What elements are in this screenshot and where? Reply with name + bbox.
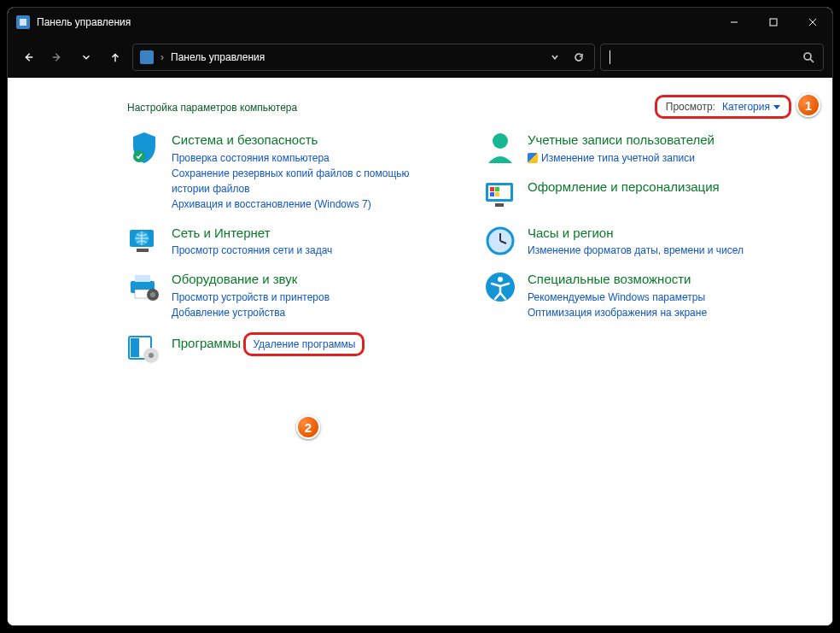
category-link[interactable]: Добавление устройства [172, 305, 330, 320]
svg-point-37 [498, 277, 503, 282]
search-icon [802, 51, 814, 63]
maximize-button[interactable] [754, 8, 793, 37]
control-panel-window: Панель управления › Панель управления На… [7, 7, 833, 626]
svg-rect-3 [770, 19, 777, 26]
category-title[interactable]: Оборудование и звук [172, 272, 297, 286]
refresh-button[interactable] [570, 49, 587, 66]
category-link[interactable]: Изменение форматов даты, времени и чисел [528, 243, 744, 258]
category-title[interactable]: Учетные записи пользователей [528, 132, 715, 147]
accessibility-icon [483, 270, 517, 304]
titlebar: Панель управления [8, 8, 832, 37]
category-title[interactable]: Часы и регион [528, 226, 614, 240]
svg-rect-1 [20, 19, 26, 26]
clock-icon [483, 224, 517, 258]
category-link[interactable]: Оптимизация изображения на экране [528, 305, 707, 320]
control-panel-icon [16, 15, 30, 29]
svg-rect-30 [490, 192, 494, 196]
category-title[interactable]: Специальные возможности [528, 272, 691, 286]
text-cursor [610, 50, 610, 64]
address-history-button[interactable] [546, 49, 563, 66]
category-hardware: Оборудование и звук Просмотр устройств и… [127, 270, 442, 320]
svg-rect-17 [135, 275, 150, 282]
navbar: › Панель управления [8, 37, 832, 78]
nav-forward-button[interactable] [45, 45, 69, 69]
nav-back-button[interactable] [16, 45, 40, 69]
category-clock: Часы и регион Изменение форматов даты, в… [483, 224, 798, 259]
svg-rect-29 [495, 187, 499, 191]
category-link[interactable]: Проверка состояния компьютера [172, 150, 442, 166]
svg-rect-15 [137, 249, 149, 252]
category-system-security: Система и безопасность Проверка состояни… [127, 131, 442, 212]
category-title[interactable]: Сеть и Интернет [172, 226, 271, 240]
globe-icon [127, 224, 161, 258]
view-by-selector[interactable]: Просмотр: Категория [655, 95, 791, 119]
annotation-marker-2: 2 [296, 415, 320, 439]
printer-icon [127, 270, 161, 304]
view-by-label: Просмотр: [666, 101, 715, 113]
category-link[interactable]: Сохранение резервных копий файлов с помо… [172, 166, 442, 196]
category-link[interactable]: Изменение типа учетной записи [528, 150, 715, 166]
svg-rect-31 [495, 192, 499, 196]
minimize-button[interactable] [715, 8, 754, 37]
category-title[interactable]: Программы [172, 336, 241, 350]
category-column-left: Система и безопасность Проверка состояни… [127, 131, 442, 378]
svg-marker-11 [773, 105, 780, 109]
category-network: Сеть и Интернет Просмотр состояния сети … [127, 224, 442, 259]
category-link[interactable]: Рекомендуемые Windows параметры [528, 290, 707, 305]
breadcrumb-root-icon [140, 50, 154, 64]
category-accounts: Учетные записи пользователей Изменение т… [483, 131, 798, 166]
category-appearance: Оформление и персонализация [483, 178, 798, 212]
close-button[interactable] [793, 8, 832, 37]
nav-recent-button[interactable] [74, 45, 98, 69]
chevron-right-icon: › [160, 51, 164, 63]
category-link[interactable]: Просмотр устройств и принтеров [172, 290, 330, 305]
category-programs: Программы Удаление программы [127, 332, 442, 366]
svg-point-20 [150, 292, 155, 297]
chevron-down-icon [773, 103, 780, 110]
svg-point-9 [804, 53, 811, 60]
svg-point-25 [493, 133, 508, 149]
svg-rect-28 [490, 187, 494, 191]
category-title[interactable]: Оформление и персонализация [528, 179, 720, 194]
display-icon [483, 178, 517, 212]
user-icon [483, 131, 517, 165]
breadcrumb-root[interactable]: Панель управления [171, 51, 265, 63]
address-bar[interactable]: › Панель управления [132, 44, 595, 71]
svg-rect-32 [495, 203, 504, 207]
category-link[interactable]: Просмотр состояния сети и задач [172, 243, 332, 258]
svg-rect-22 [131, 338, 139, 357]
search-input[interactable] [600, 44, 824, 71]
svg-point-24 [149, 353, 154, 358]
shield-icon [127, 131, 161, 165]
nav-up-button[interactable] [103, 45, 127, 69]
annotation-marker-1: 1 [796, 93, 820, 117]
highlight-uninstall: Удаление программы [243, 332, 365, 356]
category-column-right: Учетные записи пользователей Изменение т… [483, 131, 798, 378]
programs-icon [127, 332, 161, 366]
category-title[interactable]: Система и безопасность [172, 132, 318, 147]
window-title: Панель управления [37, 16, 131, 28]
category-accessibility: Специальные возможности Рекомендуемые Wi… [483, 270, 798, 320]
uninstall-program-link[interactable]: Удаление программы [253, 337, 355, 352]
svg-line-10 [810, 59, 814, 62]
category-link[interactable]: Архивация и восстановление (Windows 7) [172, 196, 442, 212]
view-by-value: Категория [722, 101, 770, 113]
content-area: Настройка параметров компьютера Просмотр… [8, 78, 832, 625]
